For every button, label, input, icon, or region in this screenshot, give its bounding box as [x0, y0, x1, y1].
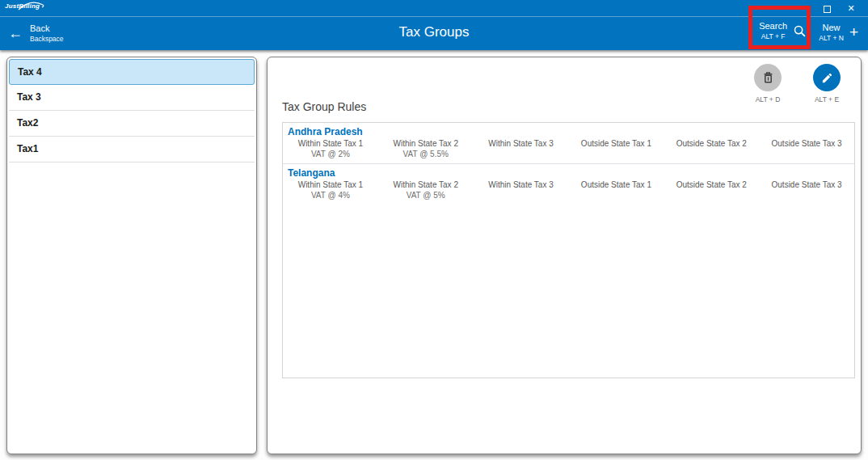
search-shortcut: ALT + F: [761, 32, 786, 40]
tax-list-item[interactable]: Tax 4: [9, 59, 255, 85]
column-header: Outside State Tax 3: [759, 138, 854, 149]
tax-value: [759, 190, 854, 205]
nav-header: ← Back Backspace Tax Groups Search ALT +…: [0, 16, 868, 50]
rule-group: Telangana Within State Tax 1 Within Stat…: [283, 164, 854, 205]
pencil-icon: [821, 72, 833, 84]
search-icon: [793, 24, 807, 38]
search-button[interactable]: Search ALT + F: [759, 21, 807, 40]
trash-icon: [762, 71, 774, 84]
tax-value: [569, 149, 664, 163]
tax-value: [664, 190, 759, 205]
new-label: New: [823, 23, 841, 32]
column-header: Outside State Tax 2: [664, 179, 759, 190]
plus-icon: +: [849, 21, 858, 44]
tax-value: [474, 149, 569, 163]
tax-group-rules-table: Andhra Pradesh Within State Tax 1 Within…: [282, 122, 855, 378]
new-button[interactable]: New ALT + N +: [819, 21, 858, 44]
column-header: Within State Tax 2: [378, 138, 474, 149]
edit-shortcut: ALT + E: [813, 95, 841, 103]
rule-group: Andhra Pradesh Within State Tax 1 Within…: [283, 123, 854, 164]
delete-shortcut: ALT + D: [754, 95, 782, 103]
close-icon: ✕: [847, 3, 854, 13]
column-header: Within State Tax 1: [283, 179, 378, 190]
app-logo-text: JustBilling: [5, 2, 40, 10]
column-header: Outside State Tax 3: [759, 179, 854, 190]
app-logo: JustBilling: [5, 2, 40, 10]
tax-group-detail-panel: ALT + D ALT + E Tax Group Rules Andhra P…: [267, 57, 862, 454]
app-window: JustBilling ✕ ← Back Backspace Tax Group…: [0, 0, 868, 460]
section-title: Tax Group Rules: [282, 100, 366, 113]
edit-button[interactable]: [813, 64, 841, 91]
column-header-row: Within State Tax 1 Within State Tax 2 Wi…: [283, 179, 854, 190]
value-row: VAT @ 4% VAT @ 5%: [283, 190, 854, 205]
tax-value: [759, 149, 854, 163]
column-header: Outside State Tax 1: [569, 138, 664, 149]
column-header: Within State Tax 3: [474, 179, 569, 190]
close-button[interactable]: ✕: [842, 2, 860, 15]
new-shortcut: ALT + N: [819, 34, 844, 42]
tax-value: VAT @ 5.5%: [378, 149, 474, 163]
maximize-icon: [824, 6, 831, 13]
state-name: Telangana: [283, 167, 854, 179]
tax-value: VAT @ 2%: [283, 149, 378, 163]
tax-value: [664, 149, 759, 163]
tax-value: [474, 190, 569, 205]
column-header: Within State Tax 1: [283, 138, 378, 149]
column-header-row: Within State Tax 1 Within State Tax 2 Wi…: [283, 138, 854, 149]
tax-group-list: Tax 4 Tax 3 Tax2 Tax1: [6, 57, 257, 454]
column-header: Outside State Tax 2: [664, 138, 759, 149]
column-header: Within State Tax 2: [378, 179, 474, 190]
titlebar: JustBilling ✕: [0, 0, 868, 16]
page-title: Tax Groups: [0, 24, 868, 40]
search-label: Search: [759, 21, 787, 31]
tax-value: VAT @ 4%: [283, 190, 378, 205]
value-row: VAT @ 2% VAT @ 5.5%: [283, 149, 854, 163]
tax-value: VAT @ 5%: [378, 190, 474, 205]
column-header: Within State Tax 3: [474, 138, 569, 149]
column-header: Outside State Tax 1: [569, 179, 664, 190]
tax-list-item[interactable]: Tax 3: [9, 85, 255, 111]
delete-button[interactable]: [754, 64, 782, 91]
state-name: Andhra Pradesh: [283, 125, 854, 138]
tax-value: [569, 190, 664, 205]
tax-list-item[interactable]: Tax2: [9, 111, 255, 137]
maximize-button[interactable]: [818, 2, 836, 15]
tax-list-item[interactable]: Tax1: [9, 137, 255, 162]
